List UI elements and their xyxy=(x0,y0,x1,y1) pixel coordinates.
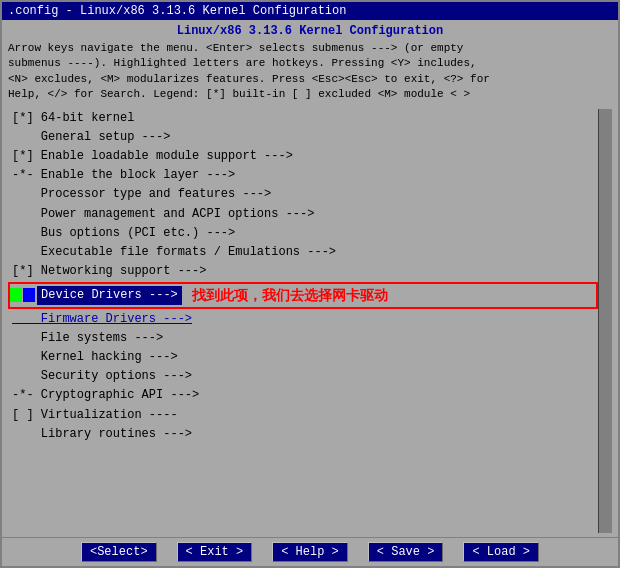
load-button[interactable]: < Load > xyxy=(463,542,539,562)
menu-item-loadable[interactable]: [*] Enable loadable module support ---> xyxy=(8,147,598,166)
window-title: .config - Linux/x86 3.13.6 Kernel Config… xyxy=(8,4,346,18)
help-text-block: Arrow keys navigate the menu. <Enter> se… xyxy=(8,41,612,103)
menu-item-bus[interactable]: Bus options (PCI etc.) ---> xyxy=(8,224,598,243)
menu-item-64bit[interactable]: [*] 64-bit kernel xyxy=(8,109,598,128)
menu-item-power[interactable]: Power management and ACPI options ---> xyxy=(8,205,598,224)
green-block xyxy=(10,288,22,302)
menu-area: [*] 64-bit kernel General setup ---> [*]… xyxy=(8,109,598,533)
scrollbar[interactable] xyxy=(598,109,612,533)
menu-item-block[interactable]: -*- Enable the block layer ---> xyxy=(8,166,598,185)
exit-button[interactable]: < Exit > xyxy=(177,542,253,562)
annotation-text: 找到此项，我们去选择网卡驱动 xyxy=(192,284,388,306)
terminal-area: Linux/x86 3.13.6 Kernel Configuration Ar… xyxy=(2,20,618,537)
help-button[interactable]: < Help > xyxy=(272,542,348,562)
menu-item-processor[interactable]: Processor type and features ---> xyxy=(8,185,598,204)
bottom-bar: <Select> < Exit > < Help > < Save > < Lo… xyxy=(2,537,618,566)
menu-item-general[interactable]: General setup ---> xyxy=(8,128,598,147)
device-drivers-label[interactable]: Device Drivers ---> xyxy=(37,286,182,305)
title-bar: .config - Linux/x86 3.13.6 Kernel Config… xyxy=(2,2,618,20)
menu-item-networking[interactable]: [*] Networking support ---> xyxy=(8,262,598,281)
config-header: Linux/x86 3.13.6 Kernel Configuration xyxy=(8,24,612,38)
menu-item-firmware[interactable]: Firmware Drivers ---> xyxy=(8,310,598,329)
help-line-2: submenus ----). Highlighted letters are … xyxy=(8,56,612,71)
menu-item-kernel-hacking[interactable]: Kernel hacking ---> xyxy=(8,348,598,367)
menu-item-exec[interactable]: Executable file formats / Emulations ---… xyxy=(8,243,598,262)
main-window: .config - Linux/x86 3.13.6 Kernel Config… xyxy=(0,0,620,568)
help-line-4: Help, </> for Search. Legend: [*] built-… xyxy=(8,87,612,102)
menu-item-library[interactable]: Library routines ---> xyxy=(8,425,598,444)
help-line-3: <N> excludes, <M> modularizes features. … xyxy=(8,72,612,87)
blue-block xyxy=(23,288,35,302)
menu-item-virtualization[interactable]: [ ] Virtualization ---- xyxy=(8,406,598,425)
select-button[interactable]: <Select> xyxy=(81,542,157,562)
menu-item-filesystems[interactable]: File systems ---> xyxy=(8,329,598,348)
menu-item-crypto[interactable]: -*- Cryptographic API ---> xyxy=(8,386,598,405)
content-area: [*] 64-bit kernel General setup ---> [*]… xyxy=(8,109,612,533)
menu-item-security[interactable]: Security options ---> xyxy=(8,367,598,386)
menu-item-device-drivers-row[interactable]: Device Drivers ---> 找到此项，我们去选择网卡驱动 xyxy=(8,282,598,308)
help-line-1: Arrow keys navigate the menu. <Enter> se… xyxy=(8,41,612,56)
save-button[interactable]: < Save > xyxy=(368,542,444,562)
